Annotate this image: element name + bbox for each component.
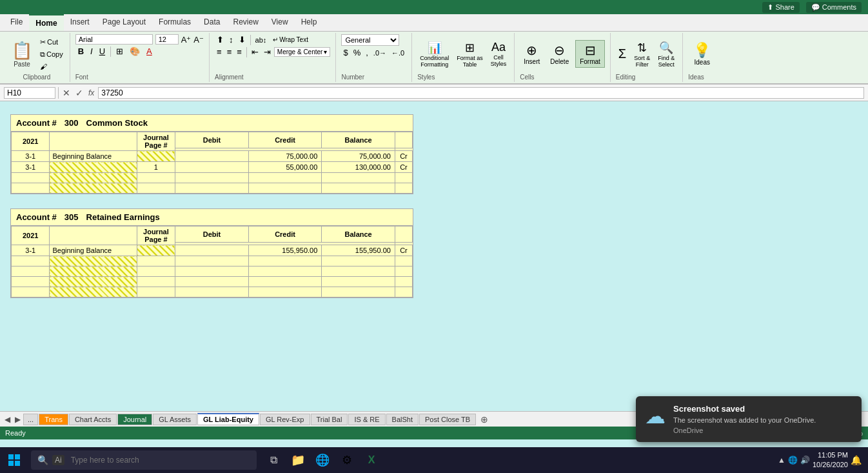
ledger1-r1-desc[interactable]: Beginning Balance [50,151,137,162]
scroll-left-button[interactable]: ◀ [3,415,12,424]
ledger2-r2-debit[interactable] [175,256,249,267]
ledger1-r3-jp[interactable] [137,173,175,183]
name-box[interactable] [4,87,55,99]
tab-view[interactable]: View [265,14,295,31]
ledger2-r2-balance[interactable] [322,256,395,267]
notification-bell[interactable]: 🔔 [851,455,862,465]
delete-button[interactable]: ⊖ Delete [546,41,573,67]
cut-button[interactable]: ✂Cut [37,37,66,48]
format-painter-button[interactable]: 🖌 [37,61,66,72]
ledger1-r2-debit[interactable] [175,162,249,173]
font-size-input[interactable] [155,34,179,45]
share-button[interactable]: ⬆ Share [762,2,799,13]
ledger2-r3-monthday[interactable] [12,267,50,277]
sheet-tab-gl-rev-exp[interactable]: GL Rev-Exp [260,414,310,425]
taskbar-search-input[interactable] [71,456,239,465]
cancel-formula-button[interactable]: ✕ [61,88,72,98]
currency-button[interactable]: $ [341,47,350,58]
underline-button[interactable]: U [97,46,108,57]
sheet-tab-balsht[interactable]: BalSht [386,414,419,425]
ledger2-r1-desc[interactable]: Beginning Balance [50,245,137,256]
chrome-button[interactable]: ⚙ [335,448,359,472]
add-sheet-button[interactable]: ⊕ [477,414,492,425]
ledger1-r4-credit[interactable] [248,183,322,194]
ledger1-r1-debit[interactable] [175,151,249,162]
ledger2-r4-desc[interactable] [50,277,137,287]
network-icon[interactable]: 🌐 [788,456,798,465]
ledger2-r3-credit[interactable] [248,267,322,277]
conditional-formatting-button[interactable]: 📊 ConditionalFormatting [417,39,451,70]
ledger1-r1-credit[interactable]: 75,000.00 [248,151,322,162]
sheet-tab-gl-assets[interactable]: GL Assets [153,414,197,425]
ledger1-r4-monthday[interactable] [12,183,50,194]
insert-button[interactable]: ⊕ Insert [520,41,544,67]
ledger1-r4-debit[interactable] [175,183,249,194]
ledger1-r4-balance[interactable] [322,183,395,194]
tab-page-layout[interactable]: Page Layout [96,14,152,31]
ledger1-r1-monthday[interactable]: 3-1 [12,151,50,162]
ledger1-r2-jp[interactable]: 1 [137,162,175,173]
ledger2-r4-monthday[interactable] [12,277,50,287]
tab-formulas[interactable]: Formulas [152,14,197,31]
comma-button[interactable]: , [364,47,370,58]
ledger2-r1-credit[interactable]: 155,950.00 [248,245,322,256]
ledger1-r2-monthday[interactable]: 3-1 [12,162,50,173]
ledger1-r4-desc[interactable] [50,183,137,194]
ledger1-r3-balance[interactable] [322,173,395,183]
format-as-table-button[interactable]: ⊞ Format asTable [454,39,486,70]
font-name-input[interactable] [75,34,153,45]
taskbar-search-box[interactable]: 🔍 Ai [31,450,257,470]
formula-input[interactable] [98,87,864,99]
sheet-tab-is-re[interactable]: IS & RE [348,414,385,425]
ledger2-r2-credit[interactable] [248,256,322,267]
ledger2-r5-jp[interactable] [137,287,175,297]
tab-help[interactable]: Help [295,14,324,31]
increase-indent-button[interactable]: ⇥ [262,46,273,57]
sheet-tab-trans[interactable]: Trans [39,414,68,425]
ledger2-r5-monthday[interactable] [12,287,50,297]
align-top-button[interactable]: ⬆ [215,34,226,45]
ledger2-r4-debit[interactable] [175,277,249,287]
sheet-tab-more[interactable]: ... [23,414,38,425]
sheet-tab-chart-accts[interactable]: Chart Accts [69,414,117,425]
ledger2-r1-balance[interactable]: 155,950.00 [322,245,395,256]
ledger2-r3-jp[interactable] [137,267,175,277]
decrease-indent-button[interactable]: ⇤ [250,46,261,57]
tab-data[interactable]: Data [197,14,226,31]
ledger1-r2-desc[interactable] [50,162,137,173]
tab-review[interactable]: Review [226,14,264,31]
comments-button[interactable]: 💬 Comments [806,2,862,13]
ledger2-r3-desc[interactable] [50,267,137,277]
find-select-button[interactable]: 🔍 Find &Select [655,39,677,70]
percent-button[interactable]: % [351,47,363,58]
ledger2-r5-balance[interactable] [322,287,395,297]
ledger2-r2-desc[interactable] [50,256,137,267]
ledger1-r2-credit[interactable]: 55,000.00 [248,162,322,173]
ledger2-r4-credit[interactable] [248,277,322,287]
clock[interactable]: 11:05 PM 10/26/2020 [813,450,848,470]
scroll-right-button[interactable]: ▶ [13,415,23,424]
ledger2-r3-debit[interactable] [175,267,249,277]
sheet-tab-post-close[interactable]: Post Close TB [419,414,476,425]
sheet-tab-trial-bal[interactable]: Trial Bal [311,414,348,425]
align-bottom-button[interactable]: ⬇ [237,34,248,45]
file-explorer-button[interactable]: 📁 [286,448,310,472]
edge-browser-button[interactable]: 🌐 [311,448,334,472]
ledger1-r2-balance[interactable]: 130,000.00 [322,162,395,173]
ledger1-r3-credit[interactable] [248,173,322,183]
ledger2-r3-balance[interactable] [322,267,395,277]
align-left-button[interactable]: ≡ [215,46,224,57]
ledger1-r1-balance[interactable]: 75,000.00 [322,151,395,162]
sort-filter-button[interactable]: ⇅ Sort &Filter [631,39,653,70]
ledger2-r5-desc[interactable] [50,287,137,297]
ideas-button[interactable]: 💡 Ideas [688,40,716,68]
ledger2-r2-jp[interactable] [137,256,175,267]
wrap-text-button[interactable]: ↵ Wrap Text [270,35,311,45]
ledger1-r1-jp[interactable] [137,151,175,162]
increase-decimal-button[interactable]: .0→ [371,48,388,57]
confirm-formula-button[interactable]: ✓ [74,88,84,98]
italic-button[interactable]: I [88,46,95,57]
increase-font-button[interactable]: A⁺ [181,35,192,45]
align-center-button[interactable]: ≡ [225,46,234,57]
border-button[interactable]: ⊞ [113,46,126,57]
